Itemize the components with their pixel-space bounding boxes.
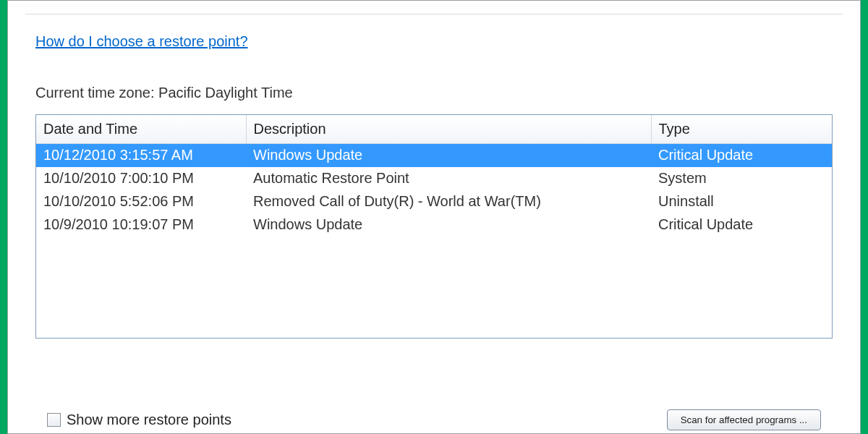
table-row[interactable]: 10/10/2010 5:52:06 PMRemoved Call of Dut… — [36, 190, 832, 213]
cell-date: 10/10/2010 5:52:06 PM — [36, 190, 246, 213]
dialog-panel: eBetterBooks How do I choose a restore p… — [25, 14, 843, 433]
table-row[interactable]: 10/12/2010 3:15:57 AMWindows UpdateCriti… — [36, 144, 832, 168]
cell-description: Automatic Restore Point — [246, 167, 651, 190]
cell-type: Critical Update — [651, 144, 832, 168]
cell-date: 10/10/2010 7:00:10 PM — [36, 167, 246, 190]
show-more-label: Show more restore points — [67, 412, 231, 428]
restore-point-table[interactable]: Date and Time Description Type 10/12/201… — [36, 115, 832, 237]
cell-description: Windows Update — [246, 213, 651, 237]
dialog-frame: eBetterBooks How do I choose a restore p… — [7, 0, 861, 434]
table-row[interactable]: 10/9/2010 10:19:07 PMWindows UpdateCriti… — [36, 213, 832, 237]
cell-type: Critical Update — [651, 213, 832, 237]
column-header-type[interactable]: Type — [651, 115, 832, 144]
footer-row: Show more restore points Scan for affect… — [47, 409, 821, 430]
help-link[interactable]: How do I choose a restore point? — [35, 33, 248, 50]
show-more-checkbox-wrap[interactable]: Show more restore points — [47, 412, 231, 428]
column-header-description[interactable]: Description — [246, 115, 651, 144]
column-header-date[interactable]: Date and Time — [36, 115, 246, 144]
table-row[interactable]: 10/10/2010 7:00:10 PMAutomatic Restore P… — [36, 167, 832, 190]
cell-type: System — [651, 167, 832, 190]
cell-date: 10/12/2010 3:15:57 AM — [36, 144, 246, 168]
cell-date: 10/9/2010 10:19:07 PM — [36, 213, 246, 237]
scan-affected-button[interactable]: Scan for affected programs ... — [667, 409, 821, 430]
cell-description: Windows Update — [246, 144, 651, 168]
cell-type: Uninstall — [651, 190, 832, 213]
table-header-row: Date and Time Description Type — [36, 115, 832, 144]
restore-point-table-container: Date and Time Description Type 10/12/201… — [35, 114, 833, 339]
show-more-checkbox[interactable] — [47, 413, 61, 427]
cell-description: Removed Call of Duty(R) - World at War(T… — [246, 190, 651, 213]
timezone-label: Current time zone: Pacific Daylight Time — [35, 85, 837, 101]
